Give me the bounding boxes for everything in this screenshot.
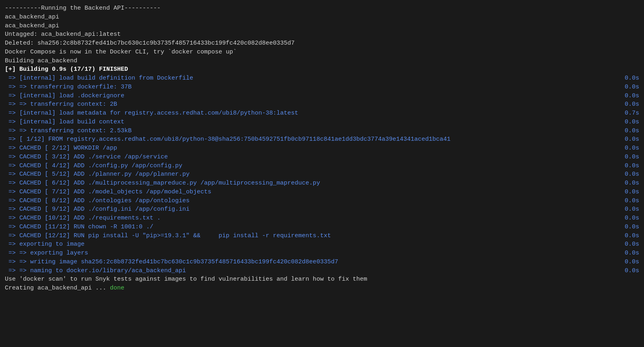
line-content: => => writing image sha256:2c8b8732fed41… [5,258,621,267]
terminal-line: => [internal] load .dockerignore0.0s [5,92,639,101]
line-content: => CACHED [12/12] RUN pip install -U "pi… [5,232,621,240]
line-content: => [internal] load build context [5,118,621,127]
line-time: 0.0s [621,267,639,275]
line-content: aca_backend_api [5,13,639,22]
line-time: 0.0s [621,188,639,197]
line-content: => CACHED [10/12] ADD ./requirements.txt… [5,214,621,223]
line-content: => CACHED [ 4/12] ADD ./config.py /app/c… [5,162,621,170]
line-content: => => transferring context: 2B [5,100,621,109]
line-time: 0.0s [621,144,639,153]
terminal-line: => [internal] load metadata for registry… [5,109,639,118]
line-content: => CACHED [ 9/12] ADD ./config.ini /app/… [5,205,621,214]
line-content: => [internal] load metadata for registry… [5,109,621,118]
line-time: 0.0s [621,135,639,144]
terminal-line: => CACHED [ 4/12] ADD ./config.py /app/c… [5,162,639,170]
line-time: 0.0s [621,214,639,223]
line-content: ----------Running the Backend API-------… [5,4,639,13]
line-content: aca_backend_api [5,22,639,31]
line-content: [+] Building 0.9s (17/17) FINISHED [5,65,639,74]
terminal-line: => => naming to docker.io/library/aca_ba… [5,267,639,275]
line-content: => [ 1/12] FROM registry.access.redhat.c… [5,135,621,144]
line-content: => [internal] load build definition from… [5,74,621,83]
line-time: 0.0s [621,223,639,232]
terminal-line: aca_backend_api [5,13,639,22]
line-content: => CACHED [11/12] RUN chown -R 1001:0 ./ [5,223,621,232]
terminal-line: aca_backend_api [5,22,639,31]
line-content: Use 'docker scan' to run Snyk tests agai… [5,275,639,284]
line-content: => => exporting layers [5,249,621,258]
line-time: 0.0s [621,100,639,109]
terminal-line: => [internal] load build definition from… [5,74,639,83]
terminal-line: Docker Compose is now in the Docker CLI,… [5,48,639,57]
terminal-line: Building aca_backend [5,57,639,66]
line-time: 0.0s [621,118,639,127]
line-time: 0.0s [621,240,639,249]
line-time: 0.0s [621,162,639,170]
line-content: => CACHED [ 5/12] ADD ./planner.py /app/… [5,170,621,179]
line-time: 0.7s [621,109,639,118]
line-time: 0.0s [621,232,639,240]
line-time: 0.0s [621,179,639,188]
terminal-line: => CACHED [ 5/12] ADD ./planner.py /app/… [5,170,639,179]
line-content: => CACHED [ 7/12] ADD ./model_objects /a… [5,188,621,197]
terminal-line: Deleted: sha256:2c8b8732fed41bc7bc630c1c… [5,39,639,48]
terminal-line: => CACHED [ 7/12] ADD ./model_objects /a… [5,188,639,197]
line-content: Building aca_backend [5,57,639,66]
terminal-line: ----------Running the Backend API-------… [5,4,639,13]
line-time: 0.0s [621,249,639,258]
terminal-line: => => exporting layers0.0s [5,249,639,258]
terminal-line: Untagged: aca_backend_api:latest [5,30,639,39]
line-content: => CACHED [ 8/12] ADD ./ontologies /app/… [5,197,621,205]
line-time: 0.0s [621,83,639,92]
done-status: done [110,285,124,292]
line-time: 0.0s [621,74,639,83]
line-content: Docker Compose is now in the Docker CLI,… [5,48,639,57]
line-time: 0.0s [621,92,639,101]
terminal-line: => CACHED [12/12] RUN pip install -U "pi… [5,232,639,240]
terminal-line: => exporting to image0.0s [5,240,639,249]
terminal-line: => => transferring dockerfile: 37B0.0s [5,83,639,92]
terminal-line: => CACHED [11/12] RUN chown -R 1001:0 ./… [5,223,639,232]
line-content: => [internal] load .dockerignore [5,92,621,101]
terminal-line: => => transferring context: 2B0.0s [5,100,639,109]
terminal-line: => CACHED [ 6/12] ADD ./multiprocessing_… [5,179,639,188]
terminal-line: => CACHED [ 9/12] ADD ./config.ini /app/… [5,205,639,214]
line-content: Untagged: aca_backend_api:latest [5,30,639,39]
line-content: => => naming to docker.io/library/aca_ba… [5,267,621,275]
line-content: => exporting to image [5,240,621,249]
line-content: => CACHED [ 2/12] WORKDIR /app [5,144,621,153]
terminal-line: Creating aca_backend_api ... done [5,284,639,293]
line-content: => => transferring dockerfile: 37B [5,83,621,92]
terminal-line: => => transferring context: 2.53kB0.0s [5,127,639,136]
line-time: 0.0s [621,170,639,179]
terminal-line: Use 'docker scan' to run Snyk tests agai… [5,275,639,284]
line-content: => => transferring context: 2.53kB [5,127,621,136]
line-time: 0.0s [621,153,639,162]
terminal-line: [+] Building 0.9s (17/17) FINISHED [5,65,639,74]
terminal-line: => [ 1/12] FROM registry.access.redhat.c… [5,135,639,144]
line-content: => CACHED [ 6/12] ADD ./multiprocessing_… [5,179,621,188]
terminal-line: => CACHED [ 2/12] WORKDIR /app0.0s [5,144,639,153]
terminal-line: => CACHED [ 3/12] ADD ./service /app/ser… [5,153,639,162]
line-content: Creating aca_backend_api ... done [5,284,639,293]
terminal-line: => => writing image sha256:2c8b8732fed41… [5,258,639,267]
line-content: Deleted: sha256:2c8b8732fed41bc7bc630c1c… [5,39,639,48]
terminal-line: => CACHED [ 8/12] ADD ./ontologies /app/… [5,197,639,205]
line-time: 0.0s [621,197,639,205]
line-time: 0.0s [621,205,639,214]
line-time: 0.0s [621,127,639,136]
terminal-line: => [internal] load build context0.0s [5,118,639,127]
terminal-window: ----------Running the Backend API-------… [0,0,644,347]
line-time: 0.0s [621,258,639,267]
terminal-line: => CACHED [10/12] ADD ./requirements.txt… [5,214,639,223]
line-content: => CACHED [ 3/12] ADD ./service /app/ser… [5,153,621,162]
